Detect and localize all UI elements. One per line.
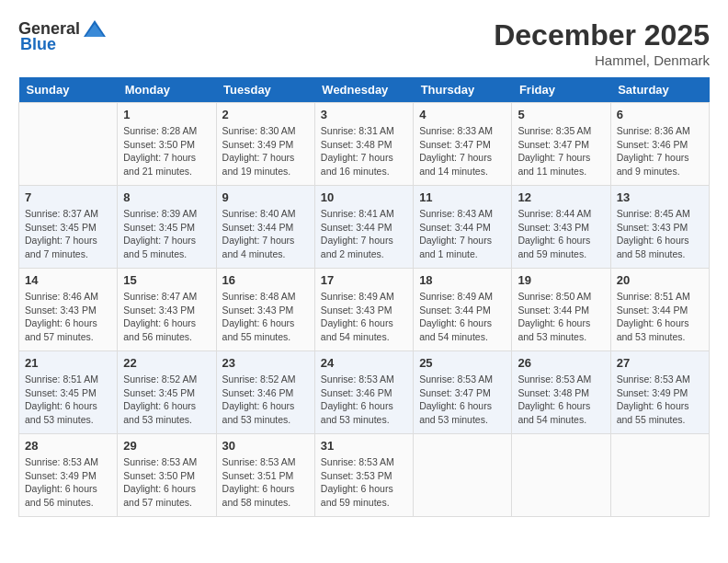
day-info: Sunrise: 8:53 AMSunset: 3:48 PMDaylight:… <box>518 373 604 427</box>
calendar-cell: 24Sunrise: 8:53 AMSunset: 3:46 PMDayligh… <box>314 351 413 434</box>
calendar-cell: 3Sunrise: 8:31 AMSunset: 3:48 PMDaylight… <box>314 103 413 186</box>
calendar-week-1: 1Sunrise: 8:28 AMSunset: 3:50 PMDaylight… <box>19 103 710 186</box>
calendar-cell: 5Sunrise: 8:35 AMSunset: 3:47 PMDaylight… <box>512 103 610 186</box>
day-number: 26 <box>518 356 604 370</box>
calendar-cell: 12Sunrise: 8:44 AMSunset: 3:43 PMDayligh… <box>512 186 610 269</box>
day-number: 31 <box>321 439 407 453</box>
logo: General Blue <box>18 18 108 54</box>
day-info: Sunrise: 8:28 AMSunset: 3:50 PMDaylight:… <box>123 124 210 178</box>
day-number: 13 <box>617 190 703 204</box>
day-header-wednesday: Wednesday <box>314 77 413 103</box>
day-number: 19 <box>518 273 604 287</box>
day-number: 15 <box>123 273 210 287</box>
day-number: 22 <box>123 356 210 370</box>
day-info: Sunrise: 8:47 AMSunset: 3:43 PMDaylight:… <box>123 290 210 344</box>
calendar-week-2: 7Sunrise: 8:37 AMSunset: 3:45 PMDaylight… <box>19 186 710 269</box>
calendar-cell: 13Sunrise: 8:45 AMSunset: 3:43 PMDayligh… <box>610 186 709 269</box>
day-number: 4 <box>419 108 506 121</box>
title-block: December 2025 Hammel, Denmark <box>494 18 710 68</box>
day-number: 9 <box>222 190 309 204</box>
day-number: 11 <box>419 190 506 204</box>
day-number: 14 <box>25 273 111 287</box>
calendar-cell: 4Sunrise: 8:33 AMSunset: 3:47 PMDaylight… <box>414 103 512 186</box>
calendar-cell: 23Sunrise: 8:52 AMSunset: 3:46 PMDayligh… <box>216 351 314 434</box>
calendar-cell: 22Sunrise: 8:52 AMSunset: 3:45 PMDayligh… <box>118 351 216 434</box>
day-number: 7 <box>25 190 111 204</box>
calendar-cell: 14Sunrise: 8:46 AMSunset: 3:43 PMDayligh… <box>19 269 118 351</box>
day-info: Sunrise: 8:46 AMSunset: 3:43 PMDaylight:… <box>25 290 111 344</box>
days-of-week-row: SundayMondayTuesdayWednesdayThursdayFrid… <box>19 77 710 103</box>
page-header: General Blue December 2025 Hammel, Denma… <box>18 18 710 68</box>
day-info: Sunrise: 8:44 AMSunset: 3:43 PMDaylight:… <box>518 207 604 261</box>
day-header-friday: Friday <box>512 77 610 103</box>
calendar-cell <box>610 434 709 517</box>
calendar-cell <box>414 434 512 517</box>
day-info: Sunrise: 8:53 AMSunset: 3:53 PMDaylight:… <box>321 455 407 510</box>
calendar-cell: 31Sunrise: 8:53 AMSunset: 3:53 PMDayligh… <box>314 434 413 517</box>
calendar-cell <box>19 103 118 186</box>
day-number: 30 <box>222 439 309 453</box>
day-header-sunday: Sunday <box>19 77 118 103</box>
calendar-cell: 20Sunrise: 8:51 AMSunset: 3:44 PMDayligh… <box>610 269 709 351</box>
calendar-cell: 7Sunrise: 8:37 AMSunset: 3:45 PMDaylight… <box>19 186 118 269</box>
day-info: Sunrise: 8:35 AMSunset: 3:47 PMDaylight:… <box>518 124 604 178</box>
day-info: Sunrise: 8:48 AMSunset: 3:43 PMDaylight:… <box>222 290 309 344</box>
day-number: 3 <box>321 108 407 121</box>
day-info: Sunrise: 8:37 AMSunset: 3:45 PMDaylight:… <box>25 207 111 261</box>
day-number: 8 <box>123 190 210 204</box>
calendar-cell: 11Sunrise: 8:43 AMSunset: 3:44 PMDayligh… <box>414 186 512 269</box>
calendar-cell: 29Sunrise: 8:53 AMSunset: 3:50 PMDayligh… <box>118 434 216 517</box>
day-info: Sunrise: 8:49 AMSunset: 3:43 PMDaylight:… <box>321 290 407 344</box>
calendar-table: SundayMondayTuesdayWednesdayThursdayFrid… <box>18 77 710 517</box>
day-number: 25 <box>419 356 506 370</box>
day-number: 24 <box>321 356 407 370</box>
day-info: Sunrise: 8:33 AMSunset: 3:47 PMDaylight:… <box>419 124 506 178</box>
calendar-week-4: 21Sunrise: 8:51 AMSunset: 3:45 PMDayligh… <box>19 351 710 434</box>
day-info: Sunrise: 8:36 AMSunset: 3:46 PMDaylight:… <box>617 124 703 178</box>
day-info: Sunrise: 8:43 AMSunset: 3:44 PMDaylight:… <box>419 207 506 261</box>
day-info: Sunrise: 8:49 AMSunset: 3:44 PMDaylight:… <box>419 290 506 344</box>
calendar-cell: 17Sunrise: 8:49 AMSunset: 3:43 PMDayligh… <box>314 269 413 351</box>
calendar-week-5: 28Sunrise: 8:53 AMSunset: 3:49 PMDayligh… <box>19 434 710 517</box>
day-number: 2 <box>222 108 309 121</box>
day-info: Sunrise: 8:51 AMSunset: 3:44 PMDaylight:… <box>617 290 703 344</box>
day-number: 5 <box>518 108 604 121</box>
location: Hammel, Denmark <box>494 52 710 68</box>
day-number: 23 <box>222 356 309 370</box>
calendar-cell: 28Sunrise: 8:53 AMSunset: 3:49 PMDayligh… <box>19 434 118 517</box>
day-info: Sunrise: 8:39 AMSunset: 3:45 PMDaylight:… <box>123 207 210 261</box>
day-number: 28 <box>25 439 111 453</box>
day-number: 21 <box>25 356 111 370</box>
day-info: Sunrise: 8:53 AMSunset: 3:49 PMDaylight:… <box>25 455 111 510</box>
calendar-cell <box>512 434 610 517</box>
day-number: 27 <box>617 356 703 370</box>
calendar-cell: 6Sunrise: 8:36 AMSunset: 3:46 PMDaylight… <box>610 103 709 186</box>
calendar-cell: 10Sunrise: 8:41 AMSunset: 3:44 PMDayligh… <box>314 186 413 269</box>
day-info: Sunrise: 8:53 AMSunset: 3:46 PMDaylight:… <box>321 373 407 427</box>
day-number: 10 <box>321 190 407 204</box>
day-info: Sunrise: 8:53 AMSunset: 3:47 PMDaylight:… <box>419 373 506 427</box>
day-info: Sunrise: 8:30 AMSunset: 3:49 PMDaylight:… <box>222 124 309 178</box>
logo-icon <box>82 18 108 39</box>
day-info: Sunrise: 8:41 AMSunset: 3:44 PMDaylight:… <box>321 207 407 261</box>
calendar-cell: 25Sunrise: 8:53 AMSunset: 3:47 PMDayligh… <box>414 351 512 434</box>
calendar-cell: 9Sunrise: 8:40 AMSunset: 3:44 PMDaylight… <box>216 186 314 269</box>
day-info: Sunrise: 8:50 AMSunset: 3:44 PMDaylight:… <box>518 290 604 344</box>
day-info: Sunrise: 8:53 AMSunset: 3:50 PMDaylight:… <box>123 455 210 510</box>
day-info: Sunrise: 8:52 AMSunset: 3:46 PMDaylight:… <box>222 373 309 427</box>
day-header-tuesday: Tuesday <box>216 77 314 103</box>
calendar-cell: 1Sunrise: 8:28 AMSunset: 3:50 PMDaylight… <box>118 103 216 186</box>
day-number: 6 <box>617 108 703 121</box>
calendar-cell: 18Sunrise: 8:49 AMSunset: 3:44 PMDayligh… <box>414 269 512 351</box>
month-title: December 2025 <box>494 18 710 52</box>
day-info: Sunrise: 8:51 AMSunset: 3:45 PMDaylight:… <box>25 373 111 427</box>
calendar-cell: 2Sunrise: 8:30 AMSunset: 3:49 PMDaylight… <box>216 103 314 186</box>
day-number: 1 <box>123 108 210 121</box>
calendar-cell: 26Sunrise: 8:53 AMSunset: 3:48 PMDayligh… <box>512 351 610 434</box>
day-info: Sunrise: 8:40 AMSunset: 3:44 PMDaylight:… <box>222 207 309 261</box>
calendar-cell: 8Sunrise: 8:39 AMSunset: 3:45 PMDaylight… <box>118 186 216 269</box>
calendar-cell: 19Sunrise: 8:50 AMSunset: 3:44 PMDayligh… <box>512 269 610 351</box>
calendar-cell: 16Sunrise: 8:48 AMSunset: 3:43 PMDayligh… <box>216 269 314 351</box>
calendar-week-3: 14Sunrise: 8:46 AMSunset: 3:43 PMDayligh… <box>19 269 710 351</box>
day-info: Sunrise: 8:53 AMSunset: 3:51 PMDaylight:… <box>222 455 309 510</box>
